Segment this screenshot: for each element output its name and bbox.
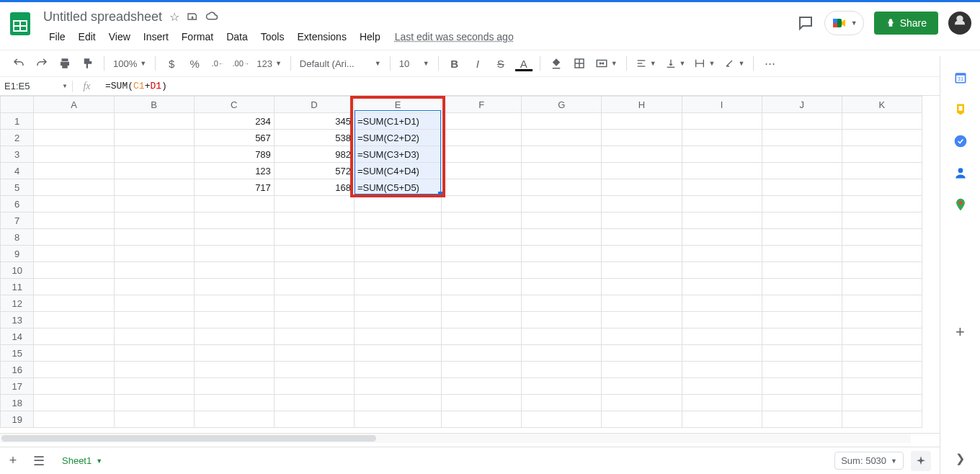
cell-G11[interactable] (522, 279, 602, 295)
cell-E18[interactable] (354, 395, 441, 411)
cell-F6[interactable] (442, 196, 522, 213)
cell-C16[interactable] (194, 362, 274, 378)
cell-J18[interactable] (762, 395, 842, 411)
cell-K11[interactable] (842, 279, 922, 295)
cell-F7[interactable] (442, 213, 522, 229)
row-header-8[interactable]: 8 (1, 229, 34, 246)
cell-E10[interactable] (354, 262, 441, 279)
col-header-F[interactable]: F (442, 97, 522, 113)
row-header-7[interactable]: 7 (1, 213, 34, 229)
cell-K3[interactable] (842, 146, 922, 163)
cell-C11[interactable] (194, 279, 274, 295)
last-edit-link[interactable]: Last edit was seconds ago (395, 31, 514, 43)
col-header-E[interactable]: E (354, 97, 441, 113)
cell-I9[interactable] (682, 246, 762, 262)
cell-E13[interactable] (354, 312, 441, 328)
text-rotate-button[interactable]: ▼ (721, 58, 747, 69)
cell-D6[interactable] (274, 196, 354, 213)
menu-format[interactable]: Format (176, 28, 219, 45)
cell-G5[interactable] (522, 179, 602, 196)
cell-C3[interactable]: 789 (194, 146, 274, 163)
cell-B1[interactable] (114, 113, 194, 130)
cell-F4[interactable] (442, 163, 522, 179)
cell-F15[interactable] (442, 345, 522, 362)
col-header-H[interactable]: H (602, 97, 682, 113)
more-toolbar-button[interactable]: ⋯ (760, 53, 780, 73)
cell-G8[interactable] (522, 229, 602, 246)
cell-G6[interactable] (522, 196, 602, 213)
increase-decimal-button[interactable]: .00→ (231, 53, 251, 73)
cell-F10[interactable] (442, 262, 522, 279)
cell-J15[interactable] (762, 345, 842, 362)
menu-file[interactable]: File (43, 28, 71, 45)
cell-G12[interactable] (522, 295, 602, 312)
cell-B9[interactable] (114, 246, 194, 262)
row-header-3[interactable]: 3 (1, 146, 34, 163)
cell-H12[interactable] (602, 295, 682, 312)
cell-G1[interactable] (522, 113, 602, 130)
cell-G7[interactable] (522, 213, 602, 229)
cell-C17[interactable] (194, 378, 274, 395)
cell-F17[interactable] (442, 378, 522, 395)
cell-H14[interactable] (602, 328, 682, 345)
sheets-logo[interactable] (6, 9, 35, 38)
cell-H1[interactable] (602, 113, 682, 130)
cell-I7[interactable] (682, 213, 762, 229)
cell-E3[interactable]: =SUM(C3+D3) (354, 146, 441, 163)
cell-C2[interactable]: 567 (194, 130, 274, 146)
row-header-10[interactable]: 10 (1, 262, 34, 279)
cell-G16[interactable] (522, 362, 602, 378)
cell-H5[interactable] (602, 179, 682, 196)
cell-A3[interactable] (34, 146, 114, 163)
cell-A16[interactable] (34, 362, 114, 378)
cell-C9[interactable] (194, 246, 274, 262)
cell-F14[interactable] (442, 328, 522, 345)
cell-J13[interactable] (762, 312, 842, 328)
cell-I15[interactable] (682, 345, 762, 362)
menu-edit[interactable]: Edit (73, 28, 102, 45)
currency-button[interactable]: $ (161, 53, 182, 73)
cell-B19[interactable] (114, 411, 194, 428)
paint-format-button[interactable] (78, 53, 98, 73)
cell-K5[interactable] (842, 179, 922, 196)
col-header-D[interactable]: D (274, 97, 354, 113)
h-scrollbar[interactable] (0, 434, 911, 443)
cell-H16[interactable] (602, 362, 682, 378)
cell-D13[interactable] (274, 312, 354, 328)
cell-J5[interactable] (762, 179, 842, 196)
formula-input[interactable]: =SUM(C1+D1) (101, 81, 980, 91)
sheet-tab-1[interactable]: Sheet1▼ (52, 450, 113, 472)
cell-F18[interactable] (442, 395, 522, 411)
cell-J9[interactable] (762, 246, 842, 262)
row-header-13[interactable]: 13 (1, 312, 34, 328)
col-header-C[interactable]: C (194, 97, 274, 113)
cell-B15[interactable] (114, 345, 194, 362)
zoom-select[interactable]: 100%▼ (110, 58, 149, 69)
cell-I17[interactable] (682, 378, 762, 395)
cell-I19[interactable] (682, 411, 762, 428)
cell-F2[interactable] (442, 130, 522, 146)
row-header-16[interactable]: 16 (1, 362, 34, 378)
meet-button[interactable]: ▼ (824, 11, 864, 35)
cell-H15[interactable] (602, 345, 682, 362)
all-sheets-button[interactable]: ☰ (26, 448, 52, 474)
cell-K14[interactable] (842, 328, 922, 345)
cell-I4[interactable] (682, 163, 762, 179)
add-sheet-button[interactable]: + (0, 448, 26, 474)
spreadsheet-grid[interactable]: ABCDEFGHIJK1234345=SUM(C1+D1)2567538=SUM… (0, 96, 970, 433)
cell-C18[interactable] (194, 395, 274, 411)
cell-H3[interactable] (602, 146, 682, 163)
strikethrough-button[interactable]: S (491, 53, 511, 73)
cell-A1[interactable] (34, 113, 114, 130)
cell-K4[interactable] (842, 163, 922, 179)
cell-E19[interactable] (354, 411, 441, 428)
cell-D3[interactable]: 982 (274, 146, 354, 163)
cell-B8[interactable] (114, 229, 194, 246)
cell-B10[interactable] (114, 262, 194, 279)
cell-F1[interactable] (442, 113, 522, 130)
cell-K7[interactable] (842, 213, 922, 229)
comments-icon[interactable] (797, 14, 814, 32)
cell-B12[interactable] (114, 295, 194, 312)
cell-E2[interactable]: =SUM(C2+D2) (354, 130, 441, 146)
hide-side-panel-button[interactable]: ❯ (956, 452, 965, 474)
